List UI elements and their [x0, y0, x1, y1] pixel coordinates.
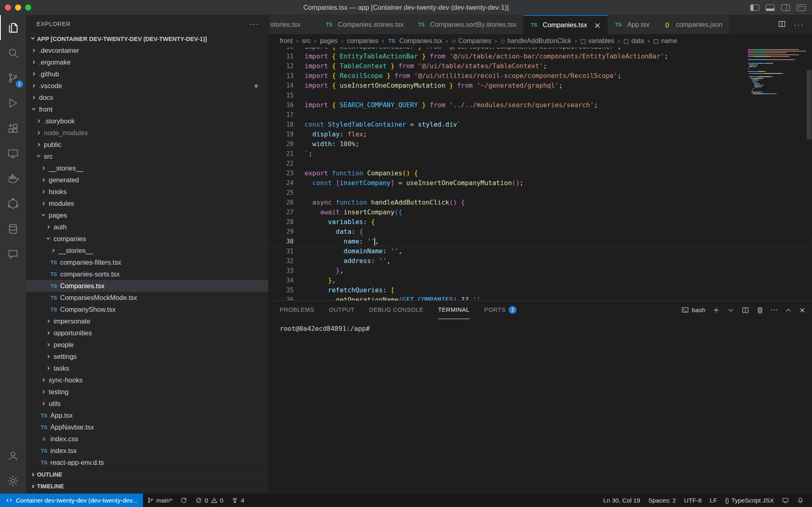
tree-item[interactable]: ›people [26, 339, 268, 351]
toggle-secondary-sidebar-icon[interactable] [781, 4, 790, 11]
code-line[interactable]: 28 variables: { [269, 217, 812, 227]
activity-item-database[interactable] [0, 216, 26, 242]
activity-item-comments[interactable] [0, 242, 26, 267]
tree-item[interactable]: ›__stories__ [26, 162, 268, 174]
activity-item-remote-explorer[interactable] [0, 141, 26, 166]
trash-icon[interactable] [756, 306, 764, 314]
tree-item[interactable]: ›.vscode [26, 80, 268, 92]
code-line[interactable]: 33 }, [269, 266, 812, 276]
breadcrumb-Companies.tsx[interactable]: TSCompanies.tsx [388, 37, 443, 45]
tree-item[interactable]: ›.devcontainer [26, 45, 268, 56]
tree-item[interactable]: ›__stories__ [26, 245, 268, 257]
tree-item[interactable]: ›impersonate [26, 315, 268, 327]
code-line[interactable]: 27 await insertCompany({ [269, 207, 812, 217]
breadcrumb-handleAddButtonClick[interactable]: ◇handleAddButtonClick [501, 37, 571, 45]
status-language-mode[interactable]: {}TypeScript JSX [721, 494, 778, 507]
code-line[interactable]: 20 width: 100%; [269, 139, 812, 149]
code-line[interactable]: 12import { TableContext } from '@/ui/tab… [269, 61, 812, 71]
tree-item[interactable]: ›pages [26, 209, 268, 221]
terminal-output[interactable]: root@0a42ecd84891:/app# [269, 319, 812, 334]
split-editor-icon[interactable] [777, 19, 786, 30]
status-notifications[interactable] [793, 494, 808, 507]
breadcrumb-Companies[interactable]: ◇Companies [451, 37, 491, 45]
activity-item-settings[interactable] [0, 468, 26, 494]
tab-Companies.sortBy.stories.tsx[interactable]: TSCompanies.sortBy.stories.tsx [410, 15, 523, 34]
panel-tab-ports[interactable]: PORTS1 [484, 301, 517, 319]
tree-item[interactable]: ›docs [26, 92, 268, 104]
tree-item[interactable]: ›generated [26, 174, 268, 186]
tab-stories.tsx[interactable]: stories.tsx [269, 15, 318, 34]
code-line[interactable]: 16import { SEARCH_COMPANY_QUERY } from '… [269, 100, 812, 110]
panel-tab-terminal[interactable]: TERMINAL [438, 301, 470, 319]
code-line[interactable]: 14import { useInsertOneCompanyMutation }… [269, 81, 812, 91]
status-encoding[interactable]: UTF-8 [680, 494, 706, 507]
breadcrumb-pages[interactable]: pages [320, 37, 338, 45]
status-sync-changes[interactable] [176, 494, 191, 507]
tab-App.tsx[interactable]: TSApp.tsx [608, 15, 657, 34]
chevron-up-icon[interactable] [784, 306, 793, 314]
sidebar-section-outline[interactable]: ›OUTLINE [26, 468, 268, 480]
tree-item[interactable]: ›.ergomake [26, 56, 268, 68]
breadcrumb-name[interactable]: □name [653, 37, 677, 45]
toggle-panel-icon[interactable] [766, 4, 775, 11]
tree-item[interactable]: TSindex.tsx [26, 445, 268, 457]
activity-item-docker[interactable] [0, 166, 26, 191]
code-line[interactable]: 17 [269, 110, 812, 120]
code-line[interactable]: 11import { EntityTableActionBar } from '… [269, 52, 812, 61]
code-editor[interactable]: 10import { WithTopBarContainer } from '@… [269, 47, 812, 300]
code-line[interactable]: 18const StyledTableContainer = styled.di… [269, 120, 812, 129]
activity-item-extensions[interactable] [0, 116, 26, 141]
editor-scrollbar[interactable] [806, 47, 812, 300]
code-line[interactable]: 21`; [269, 149, 812, 159]
code-line[interactable]: 36 getOperationName(GET_COMPANIES) ?? ''… [269, 295, 812, 300]
status-git-branch[interactable]: main* [143, 494, 176, 507]
toggle-sidebar-icon[interactable] [750, 4, 759, 11]
status-eol[interactable]: LF [706, 494, 721, 507]
tree-item[interactable]: ›hooks [26, 186, 268, 198]
code-line[interactable]: 32 address: '', [269, 256, 812, 266]
panel-tab-problems[interactable]: PROBLEMS [280, 301, 314, 319]
tree-item[interactable]: TScompanies-sorts.tsx [26, 268, 268, 280]
tree-item[interactable]: ›settings [26, 351, 268, 362]
tree-item[interactable]: ›opportunities [26, 327, 268, 339]
breadcrumb-front[interactable]: front [280, 37, 293, 45]
status-forwarded-ports[interactable]: 4 [227, 494, 248, 507]
ellipsis-icon[interactable]: ··· [771, 306, 778, 314]
code-line[interactable]: 31 domainName: '', [269, 246, 812, 256]
status-indentation[interactable]: Spaces: 2 [644, 494, 680, 507]
tree-item[interactable]: ›.github [26, 68, 268, 80]
code-line[interactable]: 13import { RecoilScope } from '@/ui/util… [269, 71, 812, 81]
status-problems[interactable]: 00 [191, 494, 227, 507]
tree-item[interactable]: ›modules [26, 198, 268, 209]
chevron-down-icon[interactable] [727, 306, 735, 314]
code-line[interactable]: 25 [269, 188, 812, 198]
tree-item[interactable]: ›auth [26, 221, 268, 233]
tree-item[interactable]: TSCompanyShow.tsx [26, 304, 268, 315]
tree-item[interactable]: ›src [26, 151, 268, 162]
code-line[interactable]: 29 data: { [269, 227, 812, 237]
code-line[interactable]: 34 }, [269, 276, 812, 285]
tab-companies.json[interactable]: {}companies.json [657, 15, 730, 34]
scrollbar-thumb[interactable] [807, 70, 812, 139]
explorer-root-folder[interactable]: › APP [CONTAINER DEV-TWENTY-DEV (DEV-TWE… [26, 33, 268, 45]
tree-item[interactable]: TSApp.tsx [26, 410, 268, 421]
panel-tab-debug-console[interactable]: DEBUG CONSOLE [369, 301, 423, 319]
tab-Companies.stories.tsx[interactable]: TSCompanies.stories.tsx [318, 15, 410, 34]
tree-item[interactable]: TScompanies-filters.tsx [26, 257, 268, 268]
tree-item[interactable]: TSAppNavbar.tsx [26, 421, 268, 433]
status-screencast[interactable] [778, 494, 793, 507]
tree-item[interactable]: ›.storybook [26, 115, 268, 127]
breadcrumb-src[interactable]: src [302, 37, 311, 45]
sidebar-section-timeline[interactable]: ›TIMELINE [26, 480, 268, 492]
activity-item-source-control[interactable]: 1 [0, 65, 26, 91]
tree-item[interactable]: ›testing [26, 386, 268, 398]
activity-item-explorer[interactable] [0, 15, 26, 40]
tree-item[interactable]: TSCompaniesMockMode.tsx [26, 292, 268, 304]
remote-indicator[interactable]: Container dev-twenty-dev (dev-twenty-dev… [0, 494, 143, 507]
customize-layout-icon[interactable] [797, 4, 806, 11]
tree-item[interactable]: ›companies [26, 233, 268, 245]
close-tab-icon[interactable]: × [594, 20, 601, 30]
terminal-shell-select[interactable]: bash [681, 306, 706, 314]
close-icon[interactable]: × [799, 306, 806, 314]
tree-item[interactable]: ›public [26, 139, 268, 151]
